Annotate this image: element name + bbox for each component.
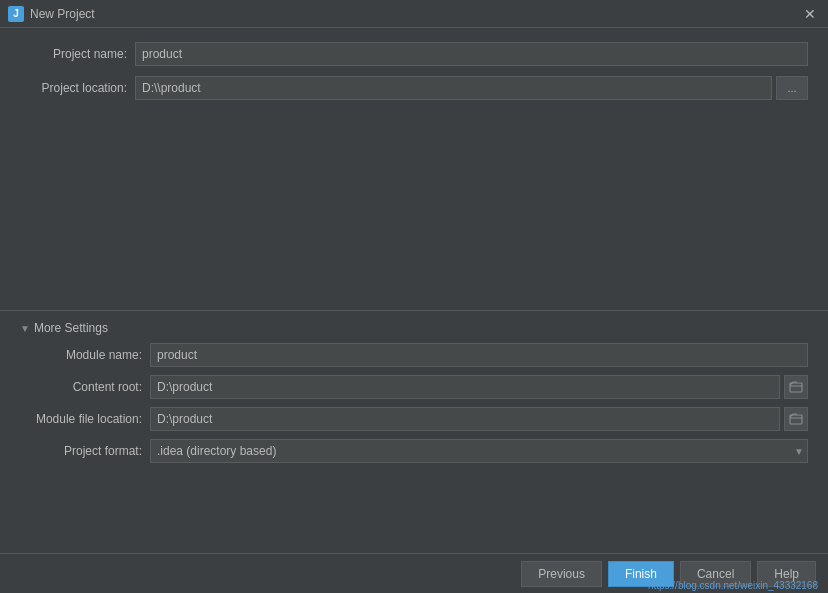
module-name-row: Module name: (20, 343, 808, 367)
module-name-label: Module name: (20, 348, 150, 362)
svg-rect-1 (790, 415, 802, 424)
more-settings-section: ▼ More Settings Module name: Content roo… (0, 310, 828, 463)
chevron-down-icon: ▼ (20, 323, 30, 334)
content-spacer (20, 110, 808, 310)
module-name-input[interactable] (150, 343, 808, 367)
dialog-title: New Project (30, 7, 95, 21)
more-settings-label: More Settings (34, 321, 108, 335)
project-name-label: Project name: (20, 47, 135, 61)
title-bar: J New Project ✕ (0, 0, 828, 28)
content-root-row: Content root: (20, 375, 808, 399)
project-location-row: Project location: ... (20, 76, 808, 100)
content-root-label: Content root: (20, 380, 150, 394)
project-format-select-wrapper: .idea (directory based) Eclipse (.classp… (150, 439, 808, 463)
module-file-location-label: Module file location: (20, 412, 150, 426)
project-location-input[interactable] (135, 76, 772, 100)
module-file-location-input[interactable] (150, 407, 780, 431)
previous-button[interactable]: Previous (521, 561, 602, 587)
module-file-location-browse-button[interactable] (784, 407, 808, 431)
settings-content: Module name: Content root: (0, 343, 828, 463)
project-format-label: Project format: (20, 444, 150, 458)
footer-url: https://blog.csdn.net/weixin_43332168 (648, 580, 818, 591)
close-button[interactable]: ✕ (800, 4, 820, 24)
module-file-location-row: Module file location: (20, 407, 808, 431)
app-icon: J (8, 6, 24, 22)
content-root-input[interactable] (150, 375, 780, 399)
project-format-row: Project format: .idea (directory based) … (20, 439, 808, 463)
project-name-row: Project name: (20, 42, 808, 66)
svg-rect-0 (790, 383, 802, 392)
project-location-label: Project location: (20, 81, 135, 95)
dialog-footer: Previous Finish Cancel Help https://blog… (0, 553, 828, 593)
project-name-input[interactable] (135, 42, 808, 66)
more-settings-toggle[interactable]: ▼ More Settings (0, 317, 828, 343)
content-root-browse-button[interactable] (784, 375, 808, 399)
project-format-select[interactable]: .idea (directory based) Eclipse (.classp… (150, 439, 808, 463)
project-location-browse-button[interactable]: ... (776, 76, 808, 100)
